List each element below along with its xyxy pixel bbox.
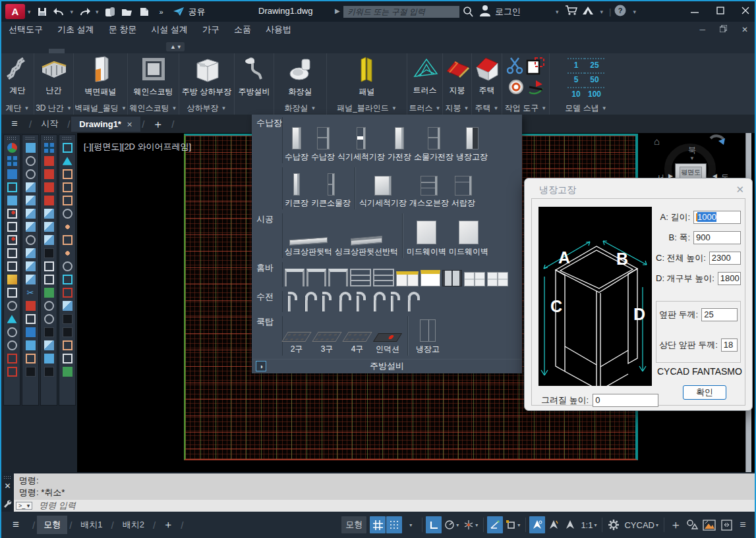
ribbon-panel-bathroom[interactable]: 화장실 화장실▼	[274, 53, 327, 115]
search-input[interactable]: 키워드 또는 구절 입력	[343, 6, 459, 18]
item-storage-cabinet-2[interactable]: 수납장	[310, 126, 335, 163]
item-cooktop-3burner[interactable]: 3구	[314, 331, 339, 356]
menu-item[interactable]: 선택도구	[1, 24, 50, 36]
osnap-cursor-toggle-3[interactable]	[562, 516, 578, 533]
window-section-tool[interactable]	[26, 367, 36, 377]
window-grid-tool[interactable]	[7, 156, 17, 166]
ribbon-panel-kitchen-cabinets[interactable]: 주방 상하부장 상하부장▼	[179, 53, 235, 115]
scissors-tool[interactable]: ✂	[26, 288, 36, 298]
polygon-tool[interactable]	[26, 169, 36, 179]
mirror-tool[interactable]	[7, 314, 17, 324]
start-tab[interactable]: 시작	[33, 115, 66, 132]
rect-marker-tool[interactable]	[7, 209, 17, 219]
spline-tool[interactable]	[26, 143, 36, 153]
search-icon[interactable]	[463, 6, 473, 19]
box-tool[interactable]	[26, 182, 36, 192]
ribbon-panel-roof[interactable]: 지붕 지붕▼	[443, 53, 472, 115]
dash-rect-tool[interactable]	[26, 314, 36, 324]
width-tool[interactable]	[63, 261, 73, 271]
stretch-down-tool[interactable]	[44, 196, 54, 205]
item-cooktop-2burner[interactable]: 2구	[284, 331, 309, 356]
toolbar-grip[interactable]	[25, 136, 36, 140]
snap-value[interactable]: 50	[585, 72, 604, 87]
viewcube-north-label[interactable]: 북	[688, 145, 696, 156]
pin-tool[interactable]	[26, 354, 36, 363]
object-snap-toggle[interactable]: ▾	[504, 516, 522, 533]
item-refrigerator[interactable]: 냉장고	[415, 319, 440, 356]
command-input-row[interactable]: >_ ▾ 명령 입력	[14, 500, 755, 512]
command-history[interactable]: 명령: 명령: *취소*	[14, 473, 755, 500]
ribbon-panel-kitchen-equipment[interactable]: 주방설비 ▼	[235, 53, 274, 115]
item-gas-oven-cabinet[interactable]: 개스오븐장	[409, 175, 450, 209]
zoom-window-tool[interactable]	[44, 261, 54, 271]
target-node-tool[interactable]	[63, 235, 73, 245]
item-homebar-shelf-2[interactable]	[372, 268, 395, 287]
snap-value[interactable]: 25	[585, 58, 604, 72]
ribbon-tab[interactable]	[17, 49, 33, 53]
menu-item[interactable]: 사용법	[258, 24, 299, 36]
isodraft-toggle[interactable]: ▾	[461, 516, 480, 533]
stretch-up-tool[interactable]	[44, 156, 54, 166]
pline-edit-tool[interactable]	[7, 354, 17, 363]
item-homebar-white-1[interactable]	[463, 271, 486, 287]
item-faucet-5[interactable]	[353, 291, 364, 312]
doc-frame-tool[interactable]	[63, 354, 73, 363]
copy-tool[interactable]	[26, 275, 36, 284]
menu-item[interactable]: 가구	[195, 24, 227, 36]
maximize-button[interactable]	[716, 7, 724, 16]
item-appliance-cabinet[interactable]: 가전장	[387, 126, 412, 163]
top-front-thickness-input[interactable]: 18	[721, 338, 738, 352]
viewport-tool[interactable]	[44, 367, 54, 377]
plot-icon[interactable]	[103, 5, 117, 18]
extrude-tool[interactable]	[26, 196, 36, 205]
move-tool[interactable]	[7, 288, 17, 298]
point-node-tool[interactable]	[63, 248, 73, 258]
draw-height-input[interactable]: 0	[593, 394, 658, 407]
more-tools-icon[interactable]: »	[154, 5, 169, 18]
layout1-tab[interactable]: 배치1	[74, 516, 109, 534]
cube-tool[interactable]	[44, 209, 54, 219]
double-wall-tool[interactable]	[7, 248, 17, 258]
scissors-icon[interactable]	[507, 57, 525, 78]
share-plane-icon[interactable]	[171, 5, 186, 18]
doc-close-button[interactable]: ✕	[741, 25, 748, 34]
ribbon-tab[interactable]	[65, 49, 80, 53]
open-folder-icon[interactable]	[120, 5, 134, 18]
face-left-tool[interactable]	[44, 222, 54, 232]
paste-clip-icon[interactable]	[526, 57, 546, 78]
bench-tool[interactable]	[44, 288, 54, 298]
apps-dropdown-icon[interactable]: ▾	[600, 9, 604, 15]
ribbon-tab[interactable]	[96, 49, 112, 53]
minimize-button[interactable]	[691, 7, 699, 16]
item-induction[interactable]: 인덕션	[375, 333, 400, 356]
new-drawing-tab-button[interactable]: ＋	[146, 117, 170, 132]
line-node-tool[interactable]	[63, 182, 73, 192]
pin-flyout-icon[interactable]: ◑	[256, 361, 266, 371]
ribbon-panel-truss[interactable]: 트러스 트러스▼	[407, 53, 443, 115]
item-homebar-shelf-1[interactable]	[349, 268, 372, 287]
slab-tool[interactable]	[26, 235, 36, 245]
annotation-scale-button[interactable]: 1:1▾	[579, 516, 598, 533]
item-faucet-3[interactable]	[318, 291, 330, 312]
section-tool[interactable]	[7, 169, 17, 179]
app-menu-arrow-icon[interactable]: ▾	[28, 9, 31, 15]
plus-node-tool[interactable]	[63, 222, 73, 232]
graphics-performance-button[interactable]	[701, 516, 718, 533]
file-tab-menu-icon[interactable]: ≡	[1, 118, 28, 130]
layout-menu-icon[interactable]: ≡	[1, 518, 30, 531]
ribbon-panel-railing[interactable]: 난간 3D 난간▼	[34, 53, 74, 115]
wainscoting-icon[interactable]	[140, 55, 167, 86]
item-faucet-7[interactable]	[387, 291, 399, 312]
wall-corner-tool[interactable]	[7, 222, 17, 232]
ribbon-tab[interactable]	[80, 49, 96, 53]
solid-box-tool[interactable]	[44, 340, 54, 350]
window-dark-tool[interactable]	[63, 314, 73, 324]
item-tall-small-cabinet[interactable]: 키큰소물장	[310, 173, 351, 209]
tab-close-icon[interactable]: ✕	[127, 121, 132, 128]
ribbon-tab[interactable]	[144, 49, 160, 53]
help-dropdown-icon[interactable]: ▾	[633, 9, 636, 15]
panel-blind-icon[interactable]	[356, 55, 378, 86]
kitchen-faucet-icon[interactable]	[241, 55, 268, 86]
viewcube-rotate-icon[interactable]	[709, 134, 726, 154]
trim-tool[interactable]	[26, 327, 36, 337]
